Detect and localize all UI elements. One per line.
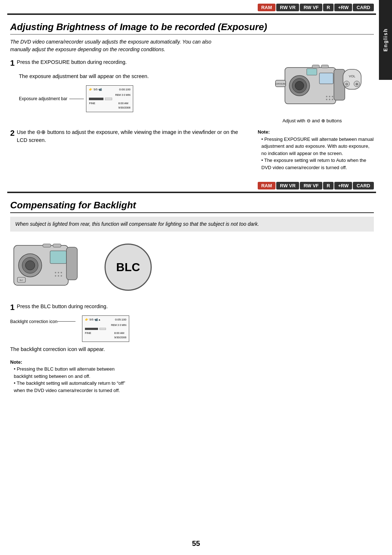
exp-bar-empty [105,98,112,100]
svg-rect-4 [319,73,333,84]
badge-ram-2: RAM [258,182,276,189]
badge-rwvr-1: RW VR [276,4,299,11]
camera-svg-2: BLC [10,238,97,296]
svg-text:EXPOSURE: EXPOSURE [275,83,286,85]
badge-plusrw-2: +RW [334,182,352,189]
svg-rect-6 [321,65,328,68]
svg-rect-30 [66,247,77,280]
camera-diagram-1: EXPOSURE VOL ⊖ ⊕ [256,58,368,117]
exp-rem: REM 3 0 MIN [89,93,130,97]
section1-note-list: Pressing EXPOSURE will alternate between… [258,136,374,171]
step1-sub: The exposure adjustment bar will appear … [19,73,245,81]
exp-datetime: 8:00 AM9/30/2006 [118,101,130,110]
section1-content: Adjusting Brightness of Image to be reco… [0,15,392,180]
section1-two-col: 1 Press the EXPOSURE button during recor… [10,58,374,123]
svg-point-21 [329,99,330,100]
section2-title: Compensating for Backlight [10,200,374,213]
badge-card-1: CARD [353,4,374,11]
camera-svg-1: EXPOSURE VOL ⊖ ⊕ [256,58,368,117]
step2-area: 2 Use the ⊖⊕ buttons to adjust the expos… [10,128,247,171]
section2-note-item-1: Pressing the BLC button will alternate b… [14,366,126,380]
svg-point-32 [58,272,59,273]
svg-point-33 [61,272,62,273]
blc-image-area: BLC BLC [10,238,374,296]
section2-content: Compensating for Backlight When subject … [0,193,392,397]
step1-text: Press the EXPOSURE button during recordi… [17,58,127,68]
blc-bottom: FINE 8:00 AM9/30/2006 [85,331,126,340]
section2-desc: When subject is lighted from rear, this … [10,217,374,232]
blc-top-left: 👉 5/5 📹 ▴ [85,318,100,322]
blc-step1-text: Press the BLC button during recording. [17,303,108,312]
section1-note: Note: Pressing EXPOSURE will alternate b… [258,128,374,171]
step2-number: 2 [10,128,15,144]
blc-datetime: 8:00 AM9/30/2006 [114,331,126,340]
blc-rem: REM 3 0 MIN [85,323,126,327]
exposure-diagram-area: Exposure adjustment bar 👉 5/5 📹 0:00:100… [19,85,245,112]
language-tab: English [379,0,392,80]
badge-r-1: R [323,4,334,11]
blc-circle: BLC [105,244,152,291]
svg-text:⊖: ⊖ [345,82,348,86]
exp-top-right: 0:00:100 [119,87,130,92]
blc-step1-block: 1 Press the BLC button during recording. [10,303,374,312]
blc-diagram: 👉 5/5 📹 ▴ 0:05:100 REM 3 0 MIN FINE 8:00… [82,315,129,342]
step2-note-row: 2 Use the ⊖⊕ buttons to adjust the expos… [10,128,374,171]
section1-title: Adjusting Brightness of Image to be reco… [10,21,374,34]
section1-note-item-1: Pressing EXPOSURE will alternate between… [261,136,374,157]
step2-text: Use the ⊖⊕ buttons to adjust the exposur… [17,128,247,144]
exposure-bar [89,98,130,100]
step1-block: 1 Press the EXPOSURE button during recor… [10,58,245,68]
section2-note-title: Note: [10,359,126,366]
exp-top-left: 👉 5/5 📹 [89,87,102,92]
badge-r-2: R [323,182,334,189]
svg-point-17 [326,96,327,97]
svg-point-36 [61,275,62,277]
svg-point-18 [329,96,330,97]
badge-card-2: CARD [353,182,374,189]
step1-number: 1 [10,58,15,68]
media-bar-1: RAM RW VR RW VF R +RW CARD [0,1,392,13]
exposure-diagram: 👉 5/5 📹 0:00:100 REM 3 0 MIN FINE 8:00 A… [86,85,133,112]
svg-text:VOL: VOL [349,74,355,78]
svg-point-3 [295,81,304,90]
section2-note-item-2: The backlight setting will automatically… [14,380,126,394]
badge-rwvf-1: RW VF [300,4,322,11]
blc-bar [85,328,126,330]
blc-top-right: 0:05:100 [115,318,126,322]
svg-rect-27 [50,251,66,264]
svg-point-34 [55,275,56,277]
blc-bar-empty [99,328,106,330]
svg-text:BLC: BLC [20,279,23,281]
exp-quality: FINE [89,101,95,110]
section1-right-col: EXPOSURE VOL ⊖ ⊕ [250,58,374,123]
svg-point-31 [55,272,56,273]
section1-intro: The DVD video camera/recorder usually ad… [10,38,221,53]
blc-label: BLC [116,261,140,274]
cam-caption-1: Adjust with ⊖ and ⊕ buttons [282,118,342,123]
badge-ram-1: RAM [258,4,276,11]
section2-note: Note: Pressing the BLC button will alter… [10,359,126,394]
exp-bottom: FINE 8:00 AM9/30/2006 [89,101,130,110]
svg-rect-29 [53,244,61,247]
svg-point-35 [58,275,59,277]
step2-block: 2 Use the ⊖⊕ buttons to adjust the expos… [10,128,247,144]
svg-rect-5 [312,65,319,68]
section2-note-list: Pressing the BLC button will alternate b… [10,366,126,394]
exp-bar-filled [89,98,103,100]
blc-quality: FINE [85,331,91,340]
svg-point-22 [332,99,333,100]
svg-text:⊕: ⊕ [355,82,358,86]
blc-screen-label: Backlight correction icon [10,319,78,324]
svg-point-19 [332,96,333,97]
svg-point-20 [326,99,327,100]
exposure-bar-label: Exposure adjustment bar [19,96,86,101]
badge-rwvf-2: RW VF [300,182,322,189]
blc-step1-number: 1 [10,303,15,312]
badge-rwvr-2: RW VR [276,182,299,189]
blc-step1-sub: The backlight correction icon will appea… [10,346,374,354]
blc-bar-filled [85,328,98,330]
svg-rect-16 [307,69,317,75]
badge-plusrw-1: +RW [334,4,352,11]
svg-point-26 [25,261,35,270]
section1-note-title: Note: [258,128,374,136]
